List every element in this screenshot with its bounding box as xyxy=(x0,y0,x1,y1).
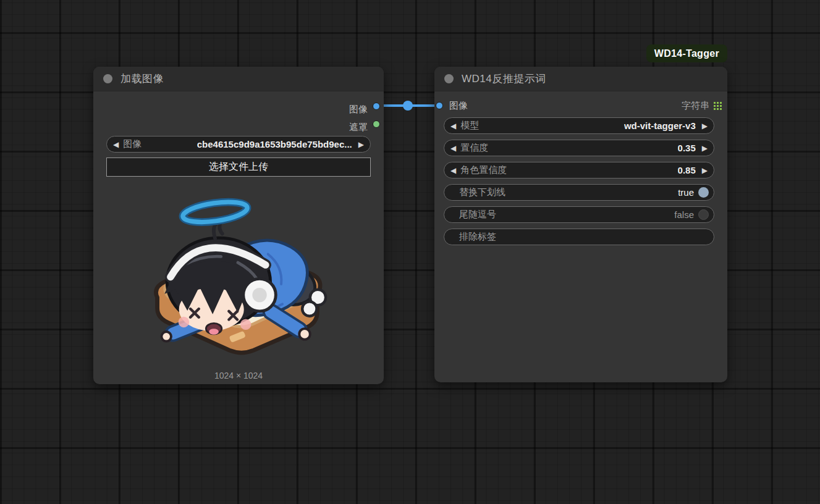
arrow-left-icon[interactable]: ◀ xyxy=(450,122,456,130)
output-row-string: 字符串 xyxy=(682,100,722,112)
trailing-comma-toggle[interactable]: 尾随逗号 false xyxy=(444,206,714,223)
arrow-right-icon[interactable]: ▶ xyxy=(702,122,708,130)
output-label-string: 字符串 xyxy=(682,100,709,112)
collapse-dot-icon[interactable] xyxy=(444,74,454,83)
collapse-dot-icon[interactable] xyxy=(103,74,112,83)
widget-label: 尾随逗号 xyxy=(459,209,496,220)
widget-value: 0.85 xyxy=(678,165,696,175)
arrow-left-icon[interactable]: ◀ xyxy=(113,141,119,148)
widget-value: wd-vit-tagger-v3 xyxy=(624,120,696,131)
output-row-image: 图像 xyxy=(349,104,368,116)
string-list-output-icon[interactable] xyxy=(714,102,722,111)
node-wd14-tagger[interactable]: WD14反推提示词 图像 字符串 ◀ 模型 wd-vit-tagger-v3 ▶… xyxy=(434,67,727,382)
exclude-tags-text-input[interactable]: 排除标签 xyxy=(444,229,714,245)
toggle-value: false xyxy=(674,209,694,220)
arrow-left-icon[interactable]: ◀ xyxy=(450,145,456,152)
input-port-image[interactable] xyxy=(436,102,443,109)
node-title: 加载图像 xyxy=(120,72,164,86)
replace-underscore-toggle[interactable]: 替换下划线 true xyxy=(444,184,714,201)
link-midpoint-dot[interactable] xyxy=(403,101,413,111)
toggle-off-dot-icon[interactable] xyxy=(698,209,709,220)
preview-image xyxy=(148,194,328,356)
input-label-image: 图像 xyxy=(449,100,468,112)
widget-label: 置信度 xyxy=(460,142,488,154)
combo-label: 图像 xyxy=(123,138,142,150)
character-threshold-number[interactable]: ◀ 角色置信度 0.85 ▶ xyxy=(444,162,714,178)
widget-label: 模型 xyxy=(460,120,479,132)
preview-resolution: 1024 × 1024 xyxy=(93,371,384,380)
node-title: WD14反推提示词 xyxy=(462,72,546,86)
node-load-image-header[interactable]: 加载图像 xyxy=(93,67,384,91)
combo-value: cbe4615c9d9a1653b95de75bd9ec... xyxy=(197,139,352,149)
output-label-image: 图像 xyxy=(349,104,368,116)
node-group-badge: WD14-Tagger xyxy=(646,44,727,62)
widget-value: 0.35 xyxy=(678,143,696,153)
arrow-left-icon[interactable]: ◀ xyxy=(450,167,456,174)
output-port-mask[interactable] xyxy=(373,120,380,128)
node-load-image[interactable]: 加载图像 图像 遮罩 ◀ 图像 cbe4615c9d9a1653b95de75b… xyxy=(93,67,384,384)
node-wd14-header[interactable]: WD14反推提示词 xyxy=(434,67,727,91)
arrow-right-icon[interactable]: ▶ xyxy=(358,141,364,148)
model-combo[interactable]: ◀ 模型 wd-vit-tagger-v3 ▶ xyxy=(444,117,714,134)
widget-label: 角色置信度 xyxy=(460,164,507,176)
toggle-value: true xyxy=(678,187,694,198)
output-row-mask: 遮罩 xyxy=(349,122,368,133)
output-label-mask: 遮罩 xyxy=(349,122,368,133)
toggle-on-dot-icon[interactable] xyxy=(698,187,709,198)
threshold-number[interactable]: ◀ 置信度 0.35 ▶ xyxy=(444,140,714,156)
widget-label: 排除标签 xyxy=(459,231,496,243)
arrow-right-icon[interactable]: ▶ xyxy=(702,167,708,174)
widget-label: 替换下划线 xyxy=(459,187,505,198)
upload-file-button[interactable]: 选择文件上传 xyxy=(106,158,371,177)
image-filename-combo[interactable]: ◀ 图像 cbe4615c9d9a1653b95de75bd9ec... ▶ xyxy=(106,136,371,153)
output-port-image[interactable] xyxy=(373,103,380,110)
arrow-right-icon[interactable]: ▶ xyxy=(702,145,708,152)
input-row-image: 图像 xyxy=(449,100,468,112)
